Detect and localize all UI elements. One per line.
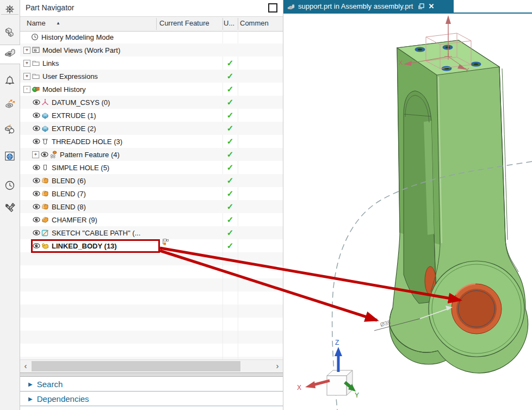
eye-icon[interactable] bbox=[32, 124, 41, 133]
tree-row[interactable]: +User Expressions✓ bbox=[20, 70, 283, 83]
eye-icon[interactable] bbox=[32, 202, 41, 211]
model-history-icon bbox=[32, 85, 40, 94]
uptodate-check: ✓ bbox=[222, 215, 238, 225]
eye-icon[interactable] bbox=[32, 163, 41, 172]
tree-item-label: THREADED HOLE (3) bbox=[52, 138, 122, 146]
tree-row[interactable]: -Model History✓ bbox=[20, 83, 283, 96]
expander-toggle[interactable]: + bbox=[23, 73, 30, 80]
sidebar-item-roles-tools[interactable] bbox=[0, 200, 20, 219]
tree-item-label: EXTRUDE (1) bbox=[52, 111, 96, 120]
tree-row[interactable]: +Model Views (Work Part) bbox=[20, 44, 283, 57]
tree-row[interactable]: History Modeling Mode bbox=[20, 30, 283, 44]
uptodate-check: ✓ bbox=[222, 189, 238, 198]
graphics-window[interactable] bbox=[283, 0, 532, 410]
eye-icon[interactable] bbox=[32, 176, 41, 185]
sketch-icon bbox=[41, 228, 50, 237]
tree-row[interactable]: +Pattern Feature (4)✓ bbox=[20, 148, 283, 161]
sidebar-item-find-component[interactable] bbox=[0, 121, 20, 139]
tree-row[interactable]: BLEND (7)✓ bbox=[20, 187, 283, 200]
eye-icon[interactable] bbox=[32, 111, 41, 120]
simple-hole-icon bbox=[41, 163, 50, 172]
roles-tools-icon bbox=[4, 202, 16, 216]
tree-row[interactable]: +Links✓ bbox=[20, 57, 283, 70]
eye-icon[interactable] bbox=[32, 137, 41, 146]
close-tab-icon[interactable]: ✕ bbox=[428, 2, 434, 10]
tree-row[interactable]: SKETCH "CABLE PATH" (...✓ bbox=[20, 226, 283, 239]
expander-toggle[interactable]: + bbox=[23, 60, 30, 67]
clock-icon bbox=[30, 33, 39, 41]
tree-row[interactable]: BLEND (6)✓ bbox=[20, 174, 283, 187]
uptodate-check: ✓ bbox=[222, 97, 238, 107]
tree-item-label: SIMPLE HOLE (5) bbox=[52, 164, 109, 172]
tree-row[interactable]: EXTRUDE (2)✓ bbox=[20, 122, 283, 135]
folder-icon bbox=[32, 72, 40, 80]
scroll-right-button[interactable]: › bbox=[272, 360, 283, 372]
eye-icon[interactable] bbox=[32, 241, 41, 250]
part-navigator-icon bbox=[4, 47, 17, 62]
expander-toggle[interactable]: - bbox=[23, 86, 30, 93]
sidebar-item-part-navigator[interactable] bbox=[0, 45, 20, 64]
tree-row[interactable]: EXTRUDE (1)✓ bbox=[20, 109, 283, 122]
uptodate-check: ✓ bbox=[222, 58, 238, 68]
column-comment[interactable]: Commen bbox=[240, 19, 269, 27]
tree-row[interactable]: DATUM_CSYS (0)✓ bbox=[20, 96, 283, 109]
tree-item-label: Pattern Feature (4) bbox=[60, 151, 120, 159]
expand-triangle-icon[interactable]: ▶ bbox=[28, 381, 33, 387]
sidebar-item-assembly-navigator[interactable] bbox=[0, 24, 20, 42]
column-up-to-date[interactable]: U... bbox=[224, 19, 234, 27]
uptodate-check: ✓ bbox=[222, 110, 238, 120]
sidebar-item-alerts-bell[interactable] bbox=[0, 72, 20, 90]
extrude-icon bbox=[41, 111, 50, 120]
uptodate-check: ✓ bbox=[222, 123, 238, 133]
tree-row[interactable]: CHAMFER (9)✓ bbox=[20, 213, 283, 226]
csys-icon bbox=[41, 98, 50, 107]
uptodate-check: ✓ bbox=[222, 163, 238, 172]
model-views-icon bbox=[32, 46, 40, 54]
eye-icon[interactable] bbox=[32, 189, 41, 198]
tree-row[interactable]: THREADED HOLE (3)✓ bbox=[20, 135, 283, 148]
column-name[interactable]: Name bbox=[27, 19, 46, 27]
blend-icon bbox=[41, 176, 50, 185]
eye-icon[interactable] bbox=[32, 228, 41, 237]
uptodate-check: ✓ bbox=[222, 71, 238, 81]
panel-resize-splitter[interactable] bbox=[20, 372, 283, 377]
expand-triangle-icon[interactable]: ▶ bbox=[28, 396, 33, 402]
empty-rows bbox=[20, 252, 283, 359]
sort-ascending-icon[interactable]: ▲ bbox=[56, 21, 60, 26]
hscrollbar-thumb[interactable] bbox=[32, 361, 240, 371]
tree-row[interactable]: SIMPLE HOLE (5)✓ bbox=[20, 161, 283, 174]
tree-item-label: EXTRUDE (2) bbox=[52, 125, 96, 133]
panel-title: Part Navigator bbox=[26, 3, 74, 12]
sidebar-item-web-browser[interactable] bbox=[0, 148, 20, 166]
restore-window-icon[interactable] bbox=[418, 3, 424, 9]
tree-item-label: User Expressions bbox=[42, 72, 98, 80]
section-search[interactable]: ▶ Search bbox=[20, 377, 283, 392]
viewport-tab-bar: support.prt in Assembly assembly.prt ✕ bbox=[283, 0, 532, 14]
section-dependencies[interactable]: ▶ Dependencies bbox=[20, 392, 283, 406]
tree-item-label: BLEND (8) bbox=[52, 203, 86, 211]
eye-icon[interactable] bbox=[32, 215, 41, 224]
undock-panel-button[interactable] bbox=[268, 3, 277, 13]
expander-toggle[interactable]: + bbox=[32, 151, 39, 158]
tree-item-label: BLEND (7) bbox=[52, 190, 86, 198]
folder-icon bbox=[32, 59, 40, 67]
sidebar-item-history[interactable] bbox=[0, 177, 20, 196]
expander-toggle[interactable]: + bbox=[23, 47, 30, 54]
threaded-hole-icon bbox=[41, 137, 50, 146]
sidebar-item-reuse-library[interactable] bbox=[0, 96, 20, 114]
column-divider bbox=[238, 18, 238, 30]
web-browser-icon bbox=[4, 150, 16, 164]
tree-row[interactable]: BLEND (8)✓ bbox=[20, 200, 283, 213]
column-divider bbox=[156, 18, 157, 30]
tree-row[interactable]: LINKED_BODY (13)✓ bbox=[20, 239, 283, 252]
part-navigator-panel: Part Navigator Name ▲ Current Feature U.… bbox=[20, 0, 283, 410]
eye-icon[interactable] bbox=[32, 98, 41, 107]
column-current-feature[interactable]: Current Feature bbox=[159, 19, 209, 27]
eye-icon[interactable] bbox=[40, 150, 49, 159]
uptodate-check: ✓ bbox=[222, 84, 238, 94]
sidebar-item-settings-gear[interactable] bbox=[0, 1, 20, 20]
part-tab[interactable]: support.prt in Assembly assembly.prt ✕ bbox=[283, 0, 454, 13]
part-file-icon bbox=[287, 3, 295, 10]
tree-item-label: Model Views (Work Part) bbox=[42, 46, 120, 54]
scroll-left-button[interactable]: ‹ bbox=[20, 360, 31, 372]
